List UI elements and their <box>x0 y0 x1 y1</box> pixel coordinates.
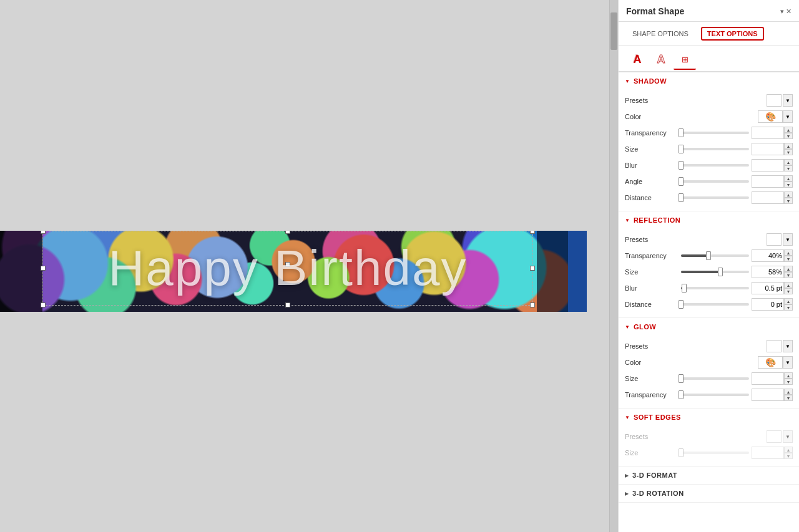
3d-format-arrow: ▶ <box>625 473 629 478</box>
glow-transparency-up[interactable]: ▲ <box>784 389 793 395</box>
shadow-transparency-slider[interactable] <box>681 132 749 134</box>
glow-section-header[interactable]: ▼ GLOW <box>619 318 799 336</box>
shadow-angle-input[interactable] <box>752 175 784 188</box>
glow-transparency-spinner[interactable]: ▲ ▼ <box>784 389 793 401</box>
shadow-size-slider[interactable] <box>681 148 749 150</box>
reflection-transparency-down[interactable]: ▼ <box>784 256 793 262</box>
text-outline-tab[interactable]: A <box>650 50 672 70</box>
glow-size-input[interactable] <box>752 372 784 385</box>
3d-format-title: 3-D FORMAT <box>632 472 677 479</box>
3d-format-header[interactable]: ▶ 3-D FORMAT <box>619 467 799 484</box>
shadow-size-spinner[interactable]: ▲ ▼ <box>784 143 793 155</box>
shadow-angle-spinner[interactable]: ▲ ▼ <box>784 175 793 188</box>
reflection-size-down[interactable]: ▼ <box>784 272 793 278</box>
text-fill-tab[interactable]: A <box>626 50 649 70</box>
reflection-size-up[interactable]: ▲ <box>784 266 793 272</box>
soft-edges-section-header[interactable]: ▼ SOFT EDGES <box>619 409 799 426</box>
shadow-angle-slider[interactable] <box>681 180 749 183</box>
reflection-size-row: Size ▲ ▼ <box>625 264 793 280</box>
reflection-transparency-slider[interactable] <box>681 254 749 257</box>
glow-preset-control[interactable]: ▼ <box>767 340 793 352</box>
reflection-blur-down[interactable]: ▼ <box>784 288 793 294</box>
tab-shape-options[interactable]: SHAPE OPTIONS <box>626 27 695 40</box>
format-shape-panel: Format Shape ▾ ✕ SHAPE OPTIONS TEXT OPTI… <box>618 0 799 532</box>
glow-size-down[interactable]: ▼ <box>784 379 793 385</box>
scrollbar-thumb[interactable] <box>610 12 617 50</box>
soft-edges-section: ▼ SOFT EDGES Presets ▼ <box>619 409 799 467</box>
reflection-size-slider[interactable] <box>681 271 749 273</box>
glow-color-dropdown[interactable]: ▼ <box>783 356 793 369</box>
glow-transparency-slider[interactable] <box>681 394 749 396</box>
shadow-color-controls: 🎨 ▼ <box>681 110 793 123</box>
canvas-scrollbar[interactable] <box>609 0 618 532</box>
reflection-distance-spinner[interactable]: ▲ ▼ <box>784 298 793 311</box>
shadow-angle-up[interactable]: ▲ <box>784 175 793 181</box>
glow-color-btn[interactable]: 🎨 <box>758 356 783 369</box>
reflection-blur-slider[interactable] <box>681 287 749 289</box>
reflection-blur-up[interactable]: ▲ <box>784 282 793 288</box>
reflection-distance-down[interactable]: ▼ <box>784 304 793 311</box>
glow-transparency-down[interactable]: ▼ <box>784 395 793 401</box>
shadow-preset-dropdown[interactable]: ▼ <box>783 94 793 107</box>
shadow-blur-input[interactable] <box>752 159 784 172</box>
shadow-transparency-input[interactable] <box>752 127 784 139</box>
reflection-transparency-row: Transparency ▲ ▼ <box>625 248 793 264</box>
reflection-preset-control[interactable]: ▼ <box>767 233 793 246</box>
shadow-size-down[interactable]: ▼ <box>784 149 793 155</box>
glow-color-picker[interactable]: 🎨 ▼ <box>758 356 793 369</box>
shadow-distance-down[interactable]: ▼ <box>784 198 793 204</box>
shadow-transparency-spinner[interactable]: ▲ ▼ <box>784 127 793 139</box>
shadow-distance-input[interactable] <box>752 191 784 204</box>
reflection-preset-dropdown[interactable]: ▼ <box>783 233 793 246</box>
reflection-section-header[interactable]: ▼ REFLECTION <box>619 211 799 229</box>
glow-preset-box[interactable] <box>767 340 782 352</box>
reflection-distance-slider[interactable] <box>681 303 749 306</box>
tab-text-options[interactable]: TEXT OPTIONS <box>701 27 764 41</box>
shadow-blur-slider[interactable] <box>681 164 749 167</box>
reflection-body: Presets ▼ Transparency <box>619 229 799 317</box>
reflection-transparency-spinner[interactable]: ▲ ▼ <box>784 249 793 262</box>
reflection-transparency-input[interactable] <box>752 249 784 262</box>
3d-rotation-header[interactable]: ▶ 3-D ROTATION <box>619 485 799 502</box>
panel-content[interactable]: ▼ SHADOW Presets ▼ Colo <box>619 72 799 532</box>
glow-title: GLOW <box>634 323 656 331</box>
glow-preset-dropdown[interactable]: ▼ <box>783 340 793 352</box>
text-effects-tab[interactable]: ⊞ <box>674 50 696 70</box>
shadow-color-dropdown[interactable]: ▼ <box>783 110 793 123</box>
glow-transparency-input[interactable] <box>752 389 784 401</box>
glow-transparency-row: Transparency ▲ ▼ <box>625 387 793 403</box>
reflection-distance-up[interactable]: ▲ <box>784 298 793 304</box>
reflection-blur-input[interactable] <box>752 282 784 294</box>
shadow-angle-down[interactable]: ▼ <box>784 181 793 188</box>
reflection-blur-spinner[interactable]: ▲ ▼ <box>784 282 793 294</box>
glow-size-spinner[interactable]: ▲ ▼ <box>784 372 793 385</box>
reflection-size-input[interactable] <box>752 266 784 278</box>
shadow-distance-spinner[interactable]: ▲ ▼ <box>784 191 793 204</box>
shadow-transparency-down[interactable]: ▼ <box>784 133 793 139</box>
shadow-presets-control[interactable]: ▼ <box>767 94 793 107</box>
soft-edges-size-controls: ▲ ▼ <box>681 447 793 459</box>
reflection-blur-label: Blur <box>625 284 681 292</box>
shadow-size-input[interactable] <box>752 143 784 155</box>
glow-size-up[interactable]: ▲ <box>784 372 793 379</box>
shadow-blur-spinner[interactable]: ▲ ▼ <box>784 159 793 172</box>
shadow-transparency-row: Transparency ▲ ▼ <box>625 125 793 141</box>
reflection-transparency-up[interactable]: ▲ <box>784 249 793 256</box>
shadow-color-btn[interactable]: 🎨 <box>758 110 783 123</box>
shadow-blur-up[interactable]: ▲ <box>784 159 793 165</box>
panel-close-button[interactable]: ▾ ✕ <box>780 7 792 16</box>
shadow-distance-slider[interactable] <box>681 196 749 199</box>
shadow-preset-box[interactable] <box>767 94 782 107</box>
shadow-distance-up[interactable]: ▲ <box>784 191 793 198</box>
shadow-section-header[interactable]: ▼ SHADOW <box>619 72 799 90</box>
glow-transparency-value: ▲ ▼ <box>752 389 793 401</box>
reflection-size-controls: ▲ ▼ <box>681 266 793 278</box>
reflection-preset-box[interactable] <box>767 233 782 246</box>
reflection-size-spinner[interactable]: ▲ ▼ <box>784 266 793 278</box>
shadow-blur-down[interactable]: ▼ <box>784 165 793 172</box>
glow-size-slider[interactable] <box>681 377 749 380</box>
shadow-transparency-up[interactable]: ▲ <box>784 127 793 133</box>
shadow-color-picker[interactable]: 🎨 ▼ <box>758 110 793 123</box>
shadow-size-up[interactable]: ▲ <box>784 143 793 149</box>
reflection-distance-input[interactable] <box>752 298 784 311</box>
